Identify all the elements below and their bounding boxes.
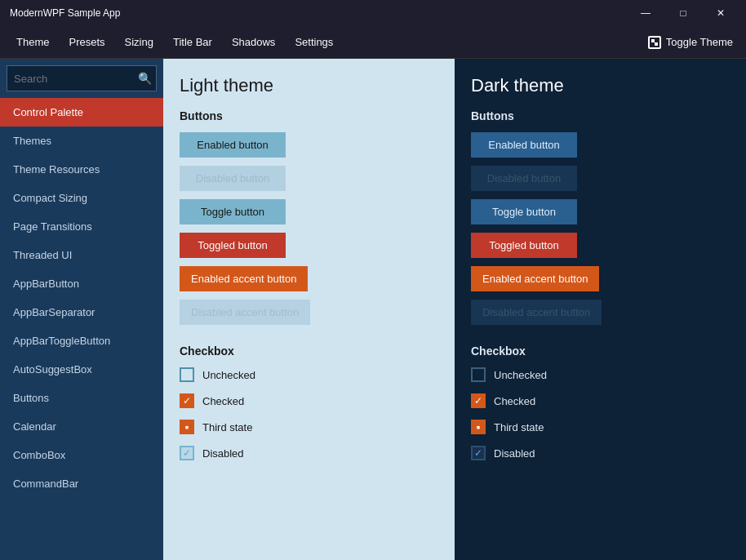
sidebar-item-combobox[interactable]: ComboBox (0, 441, 163, 469)
dark-buttons-section: Buttons Enabled button Disabled button T… (471, 109, 730, 325)
light-toggle-button[interactable]: Toggle button (180, 199, 286, 224)
check-mark-icon: ✓ (183, 396, 191, 406)
light-disabled-row: ✓ Disabled (180, 446, 438, 460)
dark-thirdstate-row: ▪ Third state (471, 420, 730, 434)
dark-toggled-button[interactable]: Toggled button (471, 233, 577, 258)
dark-toggled-btn-row: Toggled button (471, 233, 730, 258)
sidebar-item-calendar[interactable]: Calendar (0, 412, 163, 441)
light-enabled-button[interactable]: Enabled button (180, 132, 286, 158)
menu-items: Theme Presets Sizing Title Bar Shadows S… (7, 33, 343, 51)
light-checked-label: Checked (202, 395, 244, 407)
sidebar-item-appbartogglebutton[interactable]: AppBarToggleButton (0, 327, 163, 355)
menu-sizing[interactable]: Sizing (115, 33, 163, 51)
main-layout: 🔍 Control Palette Themes Theme Resources… (0, 59, 746, 560)
light-thirdstate-checkbox[interactable]: ▪ (180, 420, 194, 434)
sidebar-item-control-palette[interactable]: Control Palette (0, 98, 163, 127)
window-controls: — □ ✕ (627, 0, 739, 26)
dark-checked-label: Checked (494, 395, 535, 407)
light-disabled-button: Disabled button (180, 166, 286, 191)
dash-icon: ▪ (185, 421, 189, 433)
light-toggled-btn-row: Toggled button (180, 233, 438, 258)
dark-theme-title: Dark theme (471, 75, 730, 96)
dark-accent-disabled-button: Disabled accent button (471, 300, 602, 325)
light-checked-checkbox[interactable]: ✓ (180, 393, 194, 408)
menu-shadows[interactable]: Shadows (222, 33, 285, 51)
light-thirdstate-row: ▪ Third state (180, 420, 438, 434)
sidebar-item-commandbar[interactable]: CommandBar (0, 469, 163, 498)
sidebar-item-appbarseparator[interactable]: AppBarSeparator (0, 298, 163, 327)
close-button[interactable]: ✕ (702, 0, 739, 26)
light-unchecked-label: Unchecked (202, 369, 255, 381)
dark-theme-panel: Dark theme Buttons Enabled button Disabl… (455, 59, 746, 560)
light-disabled-label: Disabled (202, 447, 244, 460)
dark-checked-checkbox[interactable]: ✓ (471, 393, 486, 408)
sidebar-item-threaded-ui[interactable]: Threaded UI (0, 241, 163, 269)
light-unchecked-checkbox[interactable] (180, 367, 194, 382)
light-checkbox-section: Checkbox Unchecked ✓ Checked ▪ Third sta… (180, 344, 438, 460)
minimize-button[interactable]: — (627, 0, 664, 26)
dark-check-mark-disabled-icon: ✓ (474, 448, 482, 458)
app-title: ModernWPF Sample App (7, 7, 120, 19)
light-theme-title: Light theme (180, 75, 438, 96)
dark-checked-row: ✓ Checked (471, 393, 730, 408)
menu-bar: Theme Presets Sizing Title Bar Shadows S… (0, 26, 746, 59)
menu-settings[interactable]: Settings (285, 33, 343, 51)
dark-check-mark-icon: ✓ (474, 396, 482, 406)
sidebar-item-buttons[interactable]: Buttons (0, 384, 163, 412)
dark-checkbox-section: Checkbox Unchecked ✓ Checked ▪ Third sta… (471, 344, 730, 460)
dark-disabled-row: ✓ Disabled (471, 446, 730, 460)
menu-theme[interactable]: Theme (7, 33, 59, 51)
light-accent-disabled-btn-row: Disabled accent button (180, 300, 438, 325)
light-unchecked-row: Unchecked (180, 367, 438, 382)
sidebar-item-autosuggestbox[interactable]: AutoSuggestBox (0, 355, 163, 384)
theme-icon-svg (651, 38, 659, 47)
sidebar: 🔍 Control Palette Themes Theme Resources… (0, 59, 163, 560)
maximize-button[interactable]: □ (664, 0, 702, 26)
sidebar-item-themes[interactable]: Themes (0, 127, 163, 155)
dark-buttons-label: Buttons (471, 109, 730, 122)
sidebar-item-compact-sizing[interactable]: Compact Sizing (0, 184, 163, 212)
sidebar-item-appbarbutton[interactable]: AppBarButton (0, 269, 163, 298)
toggle-theme-button[interactable]: Toggle Theme (642, 33, 739, 52)
dark-accent-enabled-btn-row: Enabled accent button (471, 266, 730, 291)
dark-disabled-checkbox: ✓ (471, 446, 486, 460)
light-disabled-checkbox: ✓ (180, 446, 194, 460)
light-accent-enabled-btn-row: Enabled accent button (180, 266, 438, 291)
light-toggle-btn-row: Toggle button (180, 199, 438, 224)
light-accent-disabled-button: Disabled accent button (180, 300, 310, 325)
search-icon: 🔍 (138, 72, 152, 85)
light-buttons-section: Buttons Enabled button Disabled button T… (180, 109, 438, 325)
light-enabled-btn-row: Enabled button (180, 132, 438, 158)
dark-checkbox-label: Checkbox (471, 344, 730, 358)
light-toggled-button[interactable]: Toggled button (180, 233, 286, 258)
menu-titlebar[interactable]: Title Bar (163, 33, 222, 51)
light-disabled-btn-row: Disabled button (180, 166, 438, 191)
dark-toggle-button[interactable]: Toggle button (471, 199, 577, 224)
light-accent-enabled-button[interactable]: Enabled accent button (180, 266, 308, 291)
dark-disabled-btn-row: Disabled button (471, 166, 730, 191)
dark-disabled-button: Disabled button (471, 166, 577, 191)
menu-presets[interactable]: Presets (59, 33, 114, 51)
svg-rect-0 (651, 39, 655, 42)
dark-unchecked-checkbox[interactable] (471, 367, 486, 382)
svg-rect-1 (655, 42, 658, 46)
dark-disabled-label: Disabled (494, 447, 535, 460)
light-buttons-label: Buttons (180, 109, 438, 122)
dark-unchecked-label: Unchecked (494, 369, 547, 381)
check-mark-disabled-icon: ✓ (183, 448, 191, 458)
light-checked-row: ✓ Checked (180, 393, 438, 408)
dark-enabled-btn-row: Enabled button (471, 132, 730, 158)
sidebar-item-page-transitions[interactable]: Page Transitions (0, 212, 163, 241)
sidebar-item-theme-resources[interactable]: Theme Resources (0, 155, 163, 184)
dark-accent-enabled-button[interactable]: Enabled accent button (471, 266, 599, 291)
dark-thirdstate-checkbox[interactable]: ▪ (471, 420, 486, 434)
light-theme-panel: Light theme Buttons Enabled button Disab… (163, 59, 455, 560)
search-input[interactable] (7, 65, 157, 91)
dark-enabled-button[interactable]: Enabled button (471, 132, 577, 158)
toggle-theme-label: Toggle Theme (666, 36, 733, 48)
light-thirdstate-label: Third state (202, 421, 252, 433)
sidebar-nav: Control Palette Themes Theme Resources C… (0, 98, 163, 560)
dark-toggle-btn-row: Toggle button (471, 199, 730, 224)
light-checkbox-label: Checkbox (180, 344, 438, 358)
title-bar: ModernWPF Sample App — □ ✕ (0, 0, 746, 26)
